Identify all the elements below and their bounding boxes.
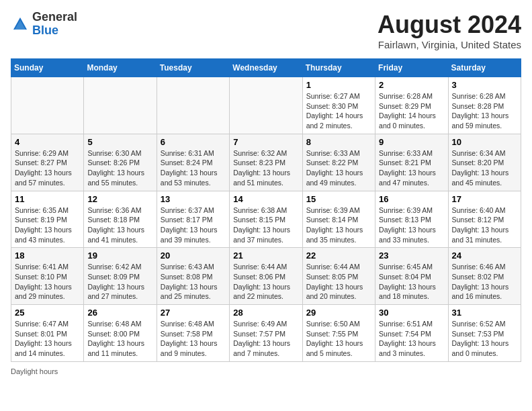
calendar-cell: 28Sunrise: 6:49 AM Sunset: 7:57 PM Dayli…: [230, 305, 302, 362]
day-number: 23: [379, 250, 444, 261]
calendar-cell: 17Sunrise: 6:40 AM Sunset: 8:12 PM Dayli…: [448, 191, 521, 248]
day-number: 26: [87, 308, 152, 318]
logo-blue-text: Blue: [32, 24, 58, 37]
logo: General Blue: [11, 11, 77, 38]
calendar-cell: 11Sunrise: 6:35 AM Sunset: 8:19 PM Dayli…: [11, 191, 84, 248]
day-info: Sunrise: 6:52 AM Sunset: 7:53 PM Dayligh…: [452, 319, 517, 359]
day-number: 5: [87, 137, 152, 147]
calendar-week-row: 4Sunrise: 6:29 AM Sunset: 8:27 PM Daylig…: [11, 134, 521, 191]
day-info: Sunrise: 6:34 AM Sunset: 8:20 PM Dayligh…: [452, 148, 517, 188]
day-info: Sunrise: 6:41 AM Sunset: 8:10 PM Dayligh…: [15, 262, 80, 302]
title-block: August 2024 Fairlawn, Virginia, United S…: [378, 11, 521, 50]
calendar-cell: 8Sunrise: 6:33 AM Sunset: 8:22 PM Daylig…: [302, 134, 375, 191]
day-info: Sunrise: 6:43 AM Sunset: 8:08 PM Dayligh…: [161, 262, 226, 302]
calendar-cell: 31Sunrise: 6:52 AM Sunset: 7:53 PM Dayli…: [448, 305, 521, 362]
calendar-cell: [157, 77, 229, 134]
calendar-day-header: Wednesday: [230, 59, 302, 77]
day-info: Sunrise: 6:44 AM Sunset: 8:06 PM Dayligh…: [233, 262, 298, 302]
calendar-cell: 23Sunrise: 6:45 AM Sunset: 8:04 PM Dayli…: [375, 248, 448, 305]
calendar-cell: 29Sunrise: 6:50 AM Sunset: 7:55 PM Dayli…: [302, 305, 375, 362]
day-number: 17: [452, 194, 517, 204]
calendar-week-row: 11Sunrise: 6:35 AM Sunset: 8:19 PM Dayli…: [11, 191, 521, 248]
day-number: 22: [306, 250, 371, 261]
calendar-cell: 27Sunrise: 6:48 AM Sunset: 7:58 PM Dayli…: [157, 305, 229, 362]
day-number: 20: [161, 250, 226, 261]
calendar-cell: [11, 77, 84, 134]
day-info: Sunrise: 6:40 AM Sunset: 8:12 PM Dayligh…: [452, 205, 517, 245]
calendar-week-row: 18Sunrise: 6:41 AM Sunset: 8:10 PM Dayli…: [11, 248, 521, 305]
calendar-day-header: Saturday: [448, 59, 521, 77]
day-info: Sunrise: 6:42 AM Sunset: 8:09 PM Dayligh…: [87, 262, 152, 302]
day-info: Sunrise: 6:47 AM Sunset: 8:01 PM Dayligh…: [15, 319, 80, 359]
day-number: 6: [161, 137, 226, 147]
calendar-day-header: Friday: [375, 59, 448, 77]
day-info: Sunrise: 6:27 AM Sunset: 8:30 PM Dayligh…: [306, 91, 371, 131]
day-info: Sunrise: 6:50 AM Sunset: 7:55 PM Dayligh…: [306, 319, 371, 359]
day-number: 24: [452, 250, 517, 261]
calendar-cell: 2Sunrise: 6:28 AM Sunset: 8:29 PM Daylig…: [375, 77, 448, 134]
day-info: Sunrise: 6:37 AM Sunset: 8:17 PM Dayligh…: [161, 205, 226, 245]
day-number: 13: [161, 194, 226, 204]
day-info: Sunrise: 6:38 AM Sunset: 8:15 PM Dayligh…: [233, 205, 298, 245]
calendar-cell: 14Sunrise: 6:38 AM Sunset: 8:15 PM Dayli…: [230, 191, 302, 248]
day-number: 28: [233, 308, 298, 318]
day-number: 25: [15, 308, 80, 318]
day-number: 21: [233, 250, 298, 261]
calendar-cell: 12Sunrise: 6:36 AM Sunset: 8:18 PM Dayli…: [84, 191, 157, 248]
calendar-cell: 30Sunrise: 6:51 AM Sunset: 7:54 PM Dayli…: [375, 305, 448, 362]
calendar-cell: 22Sunrise: 6:44 AM Sunset: 8:05 PM Dayli…: [302, 248, 375, 305]
day-number: 29: [306, 308, 371, 318]
day-info: Sunrise: 6:45 AM Sunset: 8:04 PM Dayligh…: [379, 262, 444, 302]
day-info: Sunrise: 6:30 AM Sunset: 8:26 PM Dayligh…: [87, 148, 152, 188]
day-info: Sunrise: 6:33 AM Sunset: 8:21 PM Dayligh…: [379, 148, 444, 188]
day-number: 10: [452, 137, 517, 147]
day-info: Sunrise: 6:48 AM Sunset: 8:00 PM Dayligh…: [87, 319, 152, 359]
calendar-cell: 6Sunrise: 6:31 AM Sunset: 8:24 PM Daylig…: [157, 134, 229, 191]
logo-general-text: General: [32, 10, 77, 24]
day-number: 11: [15, 194, 80, 204]
calendar-cell: 26Sunrise: 6:48 AM Sunset: 8:00 PM Dayli…: [84, 305, 157, 362]
day-number: 19: [87, 250, 152, 261]
calendar-table: SundayMondayTuesdayWednesdayThursdayFrid…: [11, 58, 521, 362]
day-number: 1: [306, 80, 371, 90]
day-info: Sunrise: 6:44 AM Sunset: 8:05 PM Dayligh…: [306, 262, 371, 302]
day-number: 12: [87, 194, 152, 204]
day-number: 15: [306, 194, 371, 204]
calendar-day-header: Sunday: [11, 59, 84, 77]
month-year-title: August 2024: [378, 11, 521, 39]
day-info: Sunrise: 6:29 AM Sunset: 8:27 PM Dayligh…: [15, 148, 80, 188]
calendar-cell: 20Sunrise: 6:43 AM Sunset: 8:08 PM Dayli…: [157, 248, 229, 305]
day-info: Sunrise: 6:39 AM Sunset: 8:13 PM Dayligh…: [379, 205, 444, 245]
calendar-week-row: 1Sunrise: 6:27 AM Sunset: 8:30 PM Daylig…: [11, 77, 521, 134]
day-number: 27: [161, 308, 226, 318]
day-number: 8: [306, 137, 371, 147]
calendar-cell: 16Sunrise: 6:39 AM Sunset: 8:13 PM Dayli…: [375, 191, 448, 248]
calendar-cell: 3Sunrise: 6:28 AM Sunset: 8:28 PM Daylig…: [448, 77, 521, 134]
day-number: 18: [15, 250, 80, 261]
calendar-day-header: Tuesday: [157, 59, 229, 77]
day-info: Sunrise: 6:46 AM Sunset: 8:02 PM Dayligh…: [452, 262, 517, 302]
calendar-cell: 1Sunrise: 6:27 AM Sunset: 8:30 PM Daylig…: [302, 77, 375, 134]
calendar-cell: 21Sunrise: 6:44 AM Sunset: 8:06 PM Dayli…: [230, 248, 302, 305]
day-info: Sunrise: 6:32 AM Sunset: 8:23 PM Dayligh…: [233, 148, 298, 188]
day-number: 7: [233, 137, 298, 147]
calendar-cell: 19Sunrise: 6:42 AM Sunset: 8:09 PM Dayli…: [84, 248, 157, 305]
calendar-day-header: Monday: [84, 59, 157, 77]
day-info: Sunrise: 6:36 AM Sunset: 8:18 PM Dayligh…: [87, 205, 152, 245]
day-info: Sunrise: 6:33 AM Sunset: 8:22 PM Dayligh…: [306, 148, 371, 188]
day-info: Sunrise: 6:35 AM Sunset: 8:19 PM Dayligh…: [15, 205, 80, 245]
day-number: 14: [233, 194, 298, 204]
calendar-cell: 7Sunrise: 6:32 AM Sunset: 8:23 PM Daylig…: [230, 134, 302, 191]
day-number: 4: [15, 137, 80, 147]
calendar-cell: 15Sunrise: 6:39 AM Sunset: 8:14 PM Dayli…: [302, 191, 375, 248]
day-number: 31: [452, 308, 517, 318]
logo-icon: [11, 15, 30, 34]
day-number: 2: [379, 80, 444, 90]
calendar-cell: [84, 77, 157, 134]
calendar-cell: 25Sunrise: 6:47 AM Sunset: 8:01 PM Dayli…: [11, 305, 84, 362]
location-subtitle: Fairlawn, Virginia, United States: [378, 39, 521, 50]
calendar-cell: 13Sunrise: 6:37 AM Sunset: 8:17 PM Dayli…: [157, 191, 229, 248]
day-number: 16: [379, 194, 444, 204]
calendar-cell: 4Sunrise: 6:29 AM Sunset: 8:27 PM Daylig…: [11, 134, 84, 191]
day-info: Sunrise: 6:28 AM Sunset: 8:28 PM Dayligh…: [452, 91, 517, 131]
